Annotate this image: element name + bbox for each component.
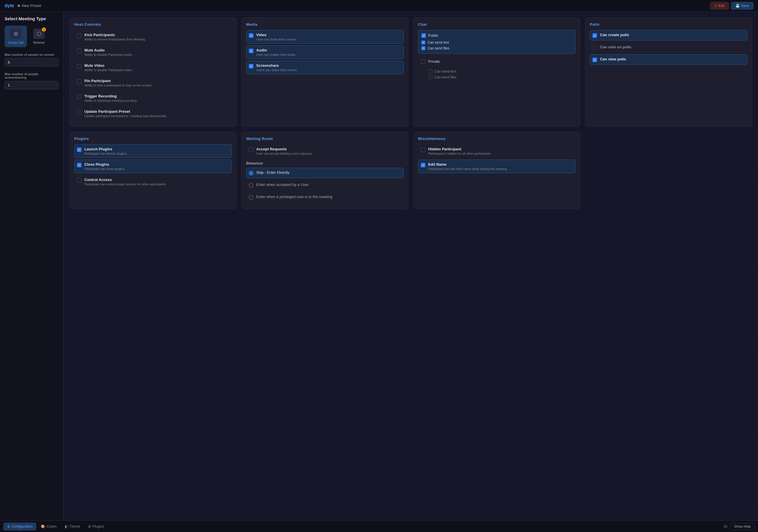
max-people-label: Max number of people on screen	[5, 53, 59, 56]
media-title: Media	[246, 22, 404, 27]
bottombar-right: ⊙ Show Help	[724, 523, 754, 530]
waiting-room-title: Waiting Room	[246, 136, 404, 141]
chat-title: Chat	[418, 22, 576, 27]
kick-checkbox	[77, 33, 82, 38]
control-access-checkbox	[77, 178, 82, 183]
behaviour-accept[interactable]: Enter when accepted by a User	[246, 180, 404, 190]
media-card: Media ✓ Video User can share their camer…	[241, 18, 409, 127]
perm-audio[interactable]: ✓ Audio User can enable their Audio.	[246, 45, 404, 59]
vote-polls-checkbox	[592, 45, 597, 50]
perm-close-plugins[interactable]: ✓ Close Plugins Participant can close pl…	[74, 160, 232, 173]
perm-can-vote-polls[interactable]: Can vote on polls	[590, 42, 747, 53]
meeting-type-webinar[interactable]: ⬡ 1 Webinar	[30, 26, 49, 47]
tab-theme[interactable]: ◧ Theme	[61, 523, 84, 530]
tab-group: ⚙ Configuration 🎨 Colors ◧ Theme ⊞ Plugi…	[4, 523, 108, 530]
mute-audio-checkbox	[77, 49, 82, 53]
bottombar: ⚙ Configuration 🎨 Colors ◧ Theme ⊞ Plugi…	[0, 520, 758, 532]
exit-button[interactable]: ⬡ Exit	[710, 2, 729, 10]
save-icon: 💾	[736, 4, 740, 8]
max-screenshare-input[interactable]	[5, 81, 59, 89]
sidebar: Select Meeting Type ⊞ Host Controls Grou…	[0, 12, 64, 520]
behaviour-privileged[interactable]: Enter when a privileged user is in the m…	[246, 192, 404, 202]
perm-hidden-participant[interactable]: Hidden Participant Participant is hidden…	[418, 144, 576, 158]
polls-card: Polls ✓ Can create polls Can vote on pol…	[585, 18, 752, 127]
accept-radio	[249, 183, 254, 188]
perm-screenshare[interactable]: ✓ Screenshare Users can share their scre…	[246, 61, 404, 74]
edit-name-checkbox: ✓	[421, 163, 425, 167]
perm-mute-audio[interactable]: Mute Audio Ability to disable Participan…	[74, 45, 232, 59]
plugins-tab-icon: ⊞	[88, 524, 91, 528]
chat-card: Chat ✓ Public ✓ Can send text ✓ Can send…	[413, 18, 581, 127]
perm-mute-video[interactable]: Mute Video Ability to disable Participan…	[74, 61, 232, 74]
waiting-room-card: Waiting Room Accept Requests User can ac…	[241, 131, 409, 209]
pin-checkbox	[77, 79, 82, 84]
launch-plugins-checkbox: ✓	[77, 148, 82, 152]
audio-checkbox: ✓	[249, 49, 254, 53]
close-plugins-checkbox: ✓	[77, 163, 82, 167]
chat-private-section[interactable]: Private Can send text Can send files	[418, 56, 576, 83]
private-label: Private	[428, 59, 440, 64]
preset-name: New Preset	[22, 4, 41, 8]
perm-can-view-polls[interactable]: ✓ Can view polls	[590, 54, 747, 65]
perm-control-access[interactable]: Control Access Participant can control p…	[74, 175, 232, 189]
chat-can-send-files-public[interactable]: ✓ Can send files	[421, 45, 572, 51]
perm-launch-plugins[interactable]: ✓ Launch Plugins Participant can launch …	[74, 144, 232, 158]
host-controls-title: Host Controls	[74, 22, 232, 27]
perm-edit-name[interactable]: ✓ Edit Name Participant can edit their n…	[418, 160, 576, 173]
recording-checkbox	[77, 94, 82, 99]
github-icon[interactable]: ⊙	[724, 524, 727, 529]
send-files-public-checkbox: ✓	[421, 46, 425, 50]
accept-requests-checkbox	[249, 148, 254, 152]
exit-icon: ⬡	[714, 4, 717, 8]
perm-accept-requests[interactable]: Accept Requests User can accept Waiting …	[246, 144, 404, 158]
screenshare-checkbox: ✓	[249, 64, 254, 69]
preset-status-dot	[17, 5, 20, 7]
host-controls-card: Host Controls Kick Participants Ability …	[69, 18, 237, 127]
create-polls-checkbox: ✓	[592, 33, 597, 38]
topbar: dyte New Preset ⬡ Exit 💾 Save	[0, 0, 758, 12]
behaviour-skip[interactable]: Skip - Enter Directly	[246, 168, 404, 178]
perm-pin-participant[interactable]: Pin Participant Ability to lock a partic…	[74, 76, 232, 89]
mute-video-checkbox	[77, 64, 82, 69]
polls-title: Polls	[590, 22, 747, 27]
send-text-public-checkbox: ✓	[421, 41, 425, 45]
theme-icon: ◧	[65, 524, 68, 528]
chat-can-send-text-private[interactable]: Can send text	[428, 69, 573, 74]
max-people-input[interactable]	[5, 58, 59, 66]
preset-indicator: New Preset	[17, 4, 41, 8]
meeting-types: ⊞ Host Controls Group Call ⬡ 1 Webinar	[5, 26, 59, 47]
perm-trigger-recording[interactable]: Trigger Recording Ability to start/stop …	[74, 91, 232, 105]
content-grid: Host Controls Kick Participants Ability …	[69, 18, 752, 209]
show-help-button[interactable]: Show Help	[730, 523, 754, 530]
logo: dyte	[5, 3, 14, 8]
content-area: Host Controls Kick Participants Ability …	[64, 12, 758, 520]
tab-colors[interactable]: 🎨 Colors	[37, 523, 60, 530]
perm-update-preset[interactable]: Update Participant Preset Update partici…	[74, 107, 232, 120]
main-container: Select Meeting Type ⊞ Host Controls Grou…	[0, 12, 758, 520]
view-polls-checkbox: ✓	[592, 57, 597, 62]
topbar-right: ⬡ Exit 💾 Save	[710, 2, 753, 10]
perm-video[interactable]: ✓ Video User can share their camera	[246, 30, 404, 44]
topbar-left: dyte New Preset	[5, 3, 41, 8]
chat-can-send-files-private[interactable]: Can send files	[428, 74, 573, 80]
send-text-private-checkbox	[428, 69, 432, 73]
perm-can-create-polls[interactable]: ✓ Can create polls	[590, 30, 747, 41]
meeting-type-group-call[interactable]: ⊞ Host Controls Group Call	[5, 26, 27, 47]
sidebar-title: Select Meeting Type	[5, 16, 59, 21]
tab-configuration[interactable]: ⚙ Configuration	[4, 523, 36, 530]
save-button[interactable]: 💾 Save	[731, 2, 753, 10]
plugins-title: Plugins	[74, 136, 232, 141]
video-checkbox: ✓	[249, 33, 254, 38]
behaviour-title: Behaviour	[246, 161, 404, 165]
public-checkbox[interactable]: ✓	[421, 33, 426, 38]
send-files-private-checkbox	[428, 75, 432, 79]
skip-radio	[249, 171, 254, 175]
chat-public-section: ✓ Public ✓ Can send text ✓ Can send file…	[418, 30, 576, 54]
public-label: Public	[428, 33, 438, 38]
tab-plugins[interactable]: ⊞ Plugins	[85, 523, 107, 530]
chat-can-send-text-public[interactable]: ✓ Can send text	[421, 40, 572, 45]
plugins-card: Plugins ✓ Launch Plugins Participant can…	[69, 131, 237, 209]
group-call-icon: ⊞	[10, 29, 21, 39]
private-checkbox	[421, 59, 425, 64]
perm-kick-participants[interactable]: Kick Participants Ability to remove Part…	[74, 30, 232, 44]
